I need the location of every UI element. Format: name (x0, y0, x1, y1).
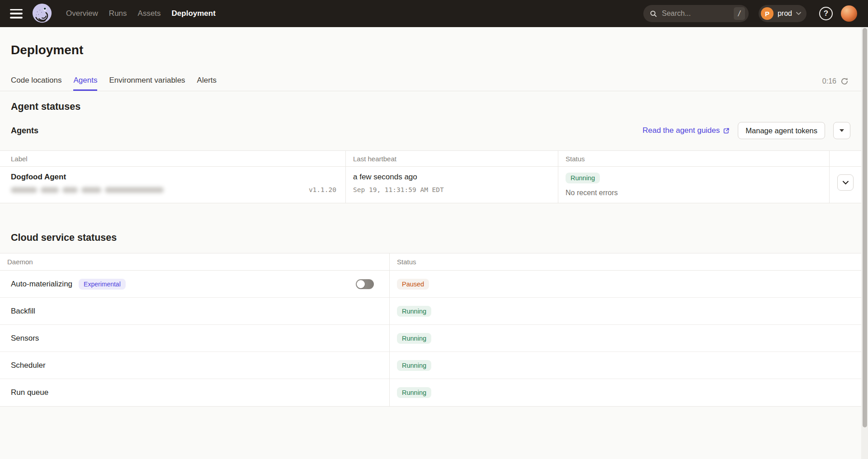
manage-agent-tokens-button[interactable]: Manage agent tokens (738, 122, 825, 139)
primary-nav: Overview Runs Assets Deployment (66, 9, 216, 18)
toggle-knob (357, 280, 365, 288)
daemon-name: Sensors (11, 334, 39, 343)
daemon-status-cell: Running (390, 379, 861, 406)
agents-table: Label Last heartbeat Status Dogfood Agen… (0, 150, 861, 203)
nav-item-assets[interactable]: Assets (138, 9, 161, 18)
column-header-expander (830, 151, 861, 167)
column-header-last-heartbeat: Last heartbeat (346, 151, 558, 167)
agent-version: v1.1.20 (309, 186, 336, 193)
daemon-row-run-queue: Run queue (0, 379, 390, 406)
hamburger-menu-icon[interactable] (10, 9, 23, 19)
heartbeat-timestamp: Sep 19, 11:31:59 AM EDT (353, 186, 551, 193)
top-nav: Overview Runs Assets Deployment / P prod… (0, 0, 868, 27)
column-header-daemon: Daemon (0, 253, 390, 271)
status-badge-running: Running (397, 360, 431, 371)
nav-item-runs[interactable]: Runs (109, 9, 127, 18)
agent-expander-cell (830, 167, 861, 203)
scrollbar-thumb[interactable] (863, 28, 867, 427)
auto-refresh: 0:16 (822, 77, 849, 85)
agent-name: Dogfood Agent (11, 173, 338, 182)
column-header-label: Label (0, 151, 346, 167)
daemon-status-cell: Paused (390, 271, 861, 298)
daemon-status-cell: Running (390, 352, 861, 379)
dagster-logo[interactable] (32, 3, 52, 24)
chevron-down-icon (843, 181, 849, 185)
status-badge-paused: Paused (397, 279, 429, 290)
daemon-name: Run queue (11, 388, 48, 397)
experimental-badge: Experimental (79, 279, 126, 290)
daemon-row-backfill: Backfill (0, 298, 390, 325)
status-badge-running: Running (397, 387, 431, 398)
status-badge: Running (566, 173, 600, 183)
column-header-daemon-status: Status (390, 253, 861, 271)
external-link-icon (723, 127, 730, 134)
agent-status-cell: Running No recent errors (558, 167, 830, 203)
search-box[interactable]: / (643, 5, 749, 22)
agent-actions-dropdown-button[interactable] (833, 122, 850, 139)
daemon-row-auto-materializing: Auto-materializing Experimental (0, 271, 390, 298)
search-shortcut-key: / (734, 7, 745, 20)
nav-item-overview[interactable]: Overview (66, 9, 98, 18)
auto-materializing-toggle[interactable] (356, 279, 374, 289)
refresh-icon[interactable] (840, 77, 849, 85)
page-title: Deployment (11, 42, 850, 58)
cloud-service-statuses-heading: Cloud service statuses (11, 232, 850, 244)
daemon-name: Scheduler (11, 361, 46, 370)
deployment-tabs: Code locations Agents Environment variab… (0, 70, 861, 91)
deployment-name: prod (778, 9, 792, 18)
tab-environment-variables[interactable]: Environment variables (109, 76, 185, 91)
scrollbar[interactable] (861, 27, 868, 459)
status-badge-running: Running (397, 333, 431, 344)
agent-guides-link[interactable]: Read the agent guides (642, 126, 730, 135)
column-header-status: Status (558, 151, 830, 167)
agent-statuses-heading: Agent statuses (11, 101, 850, 112)
agent-id-redacted (11, 187, 164, 193)
status-badge-running: Running (397, 306, 431, 317)
help-icon[interactable]: ? (819, 7, 833, 20)
cloud-services-table: Daemon Status Auto-materializing Experim… (0, 253, 861, 407)
user-avatar[interactable] (841, 5, 857, 22)
caret-down-icon (840, 129, 844, 132)
agents-toolbar: Agents Read the agent guides Manage agen… (11, 122, 850, 140)
row-expand-button[interactable] (837, 174, 854, 191)
chevron-down-icon (796, 12, 801, 15)
nav-item-deployment[interactable]: Deployment (172, 9, 216, 18)
tab-agents[interactable]: Agents (73, 76, 97, 91)
agent-guides-link-label: Read the agent guides (642, 126, 720, 135)
daemon-name: Backfill (11, 307, 35, 316)
tab-alerts[interactable]: Alerts (197, 76, 217, 91)
daemon-status-cell: Running (390, 298, 861, 325)
status-detail: No recent errors (566, 189, 822, 197)
daemon-row-scheduler: Scheduler (0, 352, 390, 379)
search-icon (650, 10, 657, 18)
daemon-row-sensors: Sensors (0, 325, 390, 352)
agents-table-title: Agents (11, 126, 38, 136)
agent-heartbeat-cell: a few seconds ago Sep 19, 11:31:59 AM ED… (346, 167, 558, 203)
daemon-name: Auto-materializing (11, 280, 72, 289)
agent-label-cell: Dogfood Agent v1.1.20 (0, 167, 346, 203)
refresh-countdown: 0:16 (822, 77, 836, 85)
tab-code-locations[interactable]: Code locations (11, 76, 61, 91)
deployment-avatar: P (761, 7, 774, 20)
main-content: Deployment Code locations Agents Environ… (0, 42, 861, 407)
heartbeat-relative: a few seconds ago (353, 173, 551, 182)
search-input[interactable] (662, 9, 721, 18)
deployment-switcher[interactable]: P prod (759, 5, 807, 22)
daemon-status-cell: Running (390, 325, 861, 352)
